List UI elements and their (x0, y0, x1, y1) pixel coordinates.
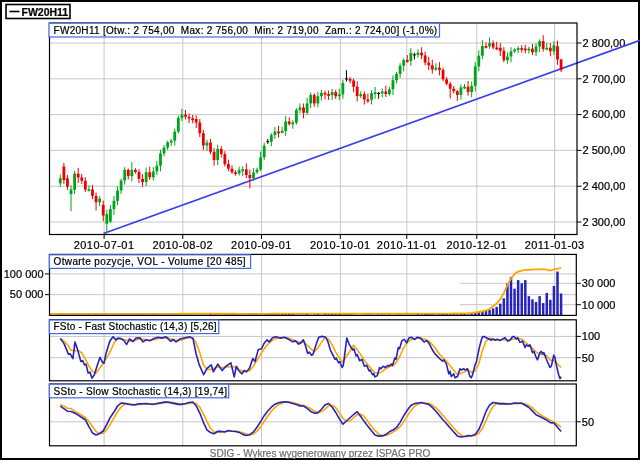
svg-text:FW20H11 [Otw.: 2 754,00 Max:: FW20H11 [Otw.: 2 754,00 Max: 2 756,00 Mi… (54, 25, 438, 36)
svg-text:2 400,00: 2 400,00 (583, 180, 626, 192)
svg-text:100 000: 100 000 (4, 268, 44, 280)
svg-text:2 300,00: 2 300,00 (583, 216, 626, 228)
svg-text:50: 50 (582, 352, 594, 364)
svg-text:50 000: 50 000 (10, 288, 44, 300)
svg-text:50: 50 (582, 416, 594, 428)
svg-text:FW20H11: FW20H11 (22, 6, 69, 18)
svg-text:2010-09-01: 2010-09-01 (231, 239, 292, 251)
svg-text:Otwarte pozycje, VOL - Volume: Otwarte pozycje, VOL - Volume [20 485] (54, 256, 247, 267)
svg-text:2 700,00: 2 700,00 (583, 73, 626, 85)
svg-text:2 600,00: 2 600,00 (583, 108, 626, 120)
svg-text:SSto - Slow Stochastic (14,3): SSto - Slow Stochastic (14,3) [19,74] (54, 386, 228, 397)
svg-text:2 500,00: 2 500,00 (583, 144, 626, 156)
svg-text:2010-12-01: 2010-12-01 (446, 239, 507, 251)
svg-text:10 000: 10 000 (582, 299, 616, 311)
svg-text:2010-07-01: 2010-07-01 (74, 239, 135, 251)
svg-text:2010-08-02: 2010-08-02 (152, 239, 213, 251)
svg-text:100: 100 (582, 330, 600, 342)
svg-text:SDIG - Wykres wygenerowany prz: SDIG - Wykres wygenerowany przez ISPAG P… (210, 448, 431, 459)
svg-text:30 000: 30 000 (582, 277, 616, 289)
svg-text:2010-10-01: 2010-10-01 (310, 239, 371, 251)
svg-text:FSto - Fast Stochastic (14,3): FSto - Fast Stochastic (14,3) [5,26] (54, 321, 217, 332)
svg-text:2 800,00: 2 800,00 (583, 37, 626, 49)
svg-text:2010-11-01: 2010-11-01 (377, 239, 437, 251)
svg-text:2011-01-03: 2011-01-03 (525, 239, 585, 251)
